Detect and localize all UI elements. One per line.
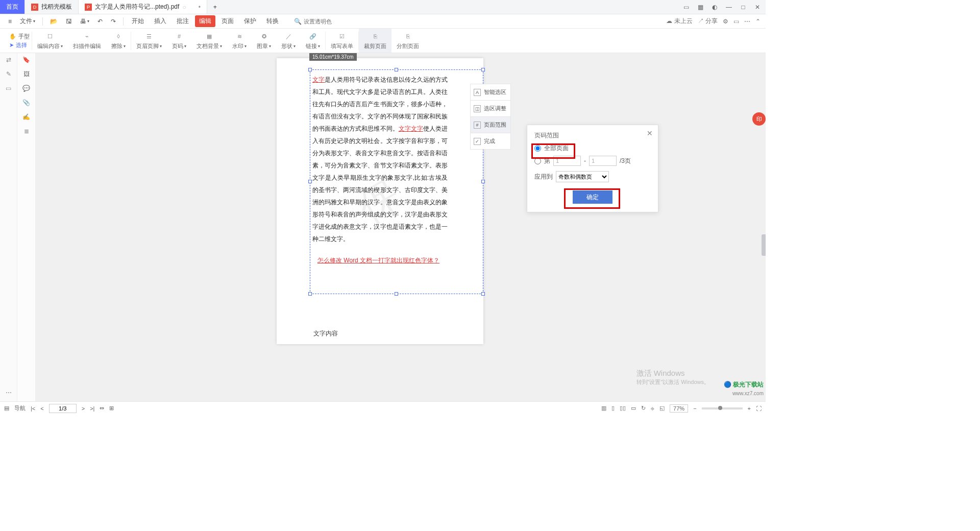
settings-icon[interactable]: ⚙ (723, 18, 728, 25)
crop-page-range[interactable]: #页面范围 (470, 116, 511, 133)
menu-icon[interactable]: ≡ (5, 18, 15, 25)
zoom-out-icon[interactable]: − (693, 405, 696, 412)
view-continuous-icon[interactable]: ▥ (601, 405, 606, 412)
handle-bl[interactable] (308, 292, 312, 296)
bookmark-icon[interactable]: 🔖 (22, 56, 30, 63)
select-mode[interactable]: ➤ 选择 (9, 41, 32, 49)
grid-icon[interactable]: ▦ (696, 4, 704, 11)
handle-br[interactable] (481, 292, 485, 296)
range-from-input[interactable] (553, 156, 581, 166)
crop-adjust[interactable]: ◫选区调整 (470, 100, 511, 116)
search-icon[interactable]: 🔍 (294, 18, 302, 25)
grp-header-footer[interactable]: ☰页眉页脚▾ (131, 31, 167, 50)
edit-tool-icon[interactable]: ✎ (6, 70, 11, 78)
ribbon-tab-annotate[interactable]: 批注 (173, 15, 193, 27)
apply-select[interactable]: 奇数和偶数页 (556, 171, 609, 182)
grp-erase[interactable]: ◊擦除▾ (106, 31, 131, 50)
grp-shape[interactable]: ／形状▾ (276, 31, 301, 50)
radio-all[interactable] (534, 145, 541, 152)
minimize-icon[interactable]: — (725, 4, 733, 11)
first-page-icon[interactable]: |< (31, 405, 35, 412)
prev-page-icon[interactable]: < (40, 405, 43, 412)
edge-badge[interactable]: 印 (752, 112, 766, 126)
range-to-input[interactable] (589, 156, 617, 166)
fit-width-icon[interactable]: ⇔ (100, 405, 104, 412)
page-input[interactable] (49, 404, 77, 413)
handle-bm[interactable] (395, 292, 398, 296)
grp-background[interactable]: ▦文档背景▾ (191, 31, 227, 50)
grp-link[interactable]: 🔗链接▾ (301, 31, 325, 50)
grp-split-page[interactable]: ⎘分割页面 (391, 31, 424, 50)
crop-icon[interactable]: ⎆ (651, 405, 654, 412)
open-icon[interactable]: 📂 (47, 18, 61, 25)
fit-page-icon[interactable]: ⊞ (109, 405, 114, 412)
view-book-icon[interactable]: ▭ (631, 405, 636, 412)
ok-button[interactable]: 确定 (573, 190, 612, 204)
view-double-icon[interactable]: ▯▯ (620, 405, 626, 412)
tab-add[interactable]: + (207, 0, 223, 14)
search-input[interactable] (304, 18, 355, 25)
crop-done[interactable]: ✓完成 (470, 133, 511, 150)
nav-toggle-icon[interactable]: ▤ (4, 405, 9, 412)
grp-fill-form[interactable]: ☑填写表单 (326, 31, 358, 50)
rotate-icon[interactable]: ↻ (641, 405, 646, 412)
close-icon[interactable]: • (199, 4, 201, 11)
redo-icon[interactable]: ↷ (108, 18, 119, 25)
nav-label[interactable]: 导航 (14, 404, 26, 412)
zoom-in-icon[interactable]: + (748, 405, 751, 412)
ribbon-tab-start[interactable]: 开始 (128, 15, 148, 27)
grp-scan-edit[interactable]: ⌁扫描件编辑 (68, 31, 106, 50)
fullscreen-icon[interactable]: ⛶ (756, 405, 762, 412)
undo-icon[interactable]: ↶ (94, 18, 106, 25)
save-icon[interactable]: 🖫 (63, 18, 75, 25)
file-menu[interactable]: 文件▾ (17, 17, 38, 26)
window-icon[interactable]: ▭ (733, 18, 739, 25)
tab-template[interactable]: D 找稻壳模板 (25, 0, 79, 14)
grp-watermark[interactable]: ≋水印▾ (227, 31, 252, 50)
share-button[interactable]: ↗ 分享 (698, 17, 718, 26)
grp-stamp[interactable]: ✪图章▾ (252, 31, 276, 50)
ribbon-tab-protect[interactable]: 保护 (240, 15, 260, 27)
close-window-icon[interactable]: ✕ (753, 4, 762, 11)
canvas[interactable]: 15.01cm*19.37cm 保 文字是人类用符号记录表达信息以传之久远的方式… (36, 53, 766, 401)
crop-smart-select[interactable]: A智能选区 (470, 84, 511, 100)
zoom-value[interactable]: 77% (670, 404, 688, 413)
book-icon[interactable]: ▭ (6, 85, 11, 92)
next-page-icon[interactable]: > (82, 405, 85, 412)
opt-page-range[interactable]: 第 - /3页 (534, 156, 651, 166)
tab-document[interactable]: P 文字是人类用符号记...pted).pdf ○ • (79, 0, 207, 14)
more-tools-icon[interactable]: ⋯ (6, 389, 12, 396)
ribbon-tab-page[interactable]: 页面 (217, 15, 238, 27)
text-tool-icon[interactable]: ⇄ (6, 56, 11, 63)
view-single-icon[interactable]: ▯ (611, 405, 615, 412)
hand-mode[interactable]: ✋ 手型 (9, 33, 32, 40)
cloud-status[interactable]: ☁ 未上云 (666, 17, 692, 26)
ribbon-tab-insert[interactable]: 插入 (150, 15, 170, 27)
attachment-icon[interactable]: 📎 (22, 99, 30, 106)
zoom-slider[interactable] (702, 407, 743, 409)
ribbon-tab-edit[interactable]: 编辑 (195, 15, 215, 27)
layers-icon[interactable]: ≣ (24, 128, 29, 135)
grp-edit-content[interactable]: ☐编辑内容▾ (32, 31, 68, 50)
image-icon[interactable]: 🖼 (23, 70, 30, 78)
comment-icon[interactable]: 💬 (22, 85, 30, 92)
user-icon[interactable]: ◐ (710, 4, 719, 11)
layout-icon[interactable]: ▭ (682, 4, 690, 11)
signature-icon[interactable]: ✍ (22, 113, 30, 120)
status-bar: ▤ 导航 |< < > >| ⇔ ⊞ ▥ ▯ ▯▯ ▭ ↻ ⎆ ◱ 77% − … (0, 401, 766, 415)
grp-page-number[interactable]: #页码▾ (167, 31, 191, 50)
opt-all-pages[interactable]: 全部页面 (534, 144, 651, 153)
more-icon[interactable]: ⋯ (744, 18, 750, 25)
maximize-icon[interactable]: □ (739, 4, 747, 11)
ribbon-tab-convert[interactable]: 转换 (262, 15, 283, 27)
zoom-fit-icon[interactable]: ◱ (659, 405, 665, 412)
pdf-page: 保 文字是人类用符号记录表达信息以传之久远的方式和工具。现代文字大多是记录语言的… (277, 58, 483, 344)
panel-close-icon[interactable]: ✕ (647, 129, 653, 137)
last-page-icon[interactable]: >| (90, 405, 94, 412)
tab-home[interactable]: 首页 (0, 0, 25, 14)
edge-handle[interactable] (762, 234, 766, 256)
radio-range[interactable] (534, 158, 541, 164)
print-icon[interactable]: 🖶▾ (77, 18, 92, 25)
collapse-icon[interactable]: ⌃ (755, 18, 761, 25)
grp-crop-page[interactable]: ⎘裁剪页面 (359, 29, 391, 53)
